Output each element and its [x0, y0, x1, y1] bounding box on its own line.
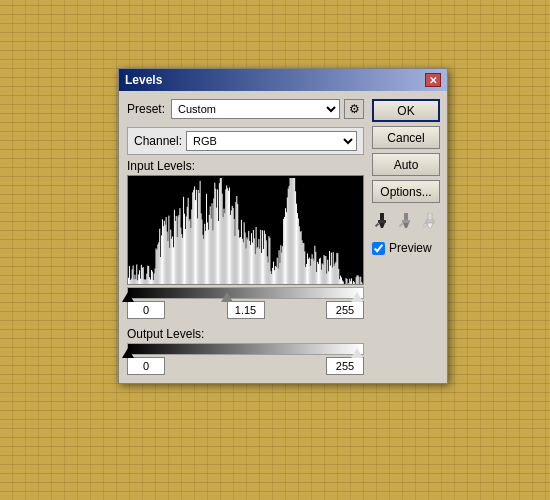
- output-thumbs: [128, 345, 363, 357]
- black-output-value[interactable]: [127, 357, 165, 375]
- svg-marker-10: [427, 223, 433, 228]
- black-eyedropper-icon: [375, 213, 389, 229]
- black-input-value[interactable]: [127, 301, 165, 319]
- output-slider-track[interactable]: [127, 343, 364, 355]
- preview-checkbox[interactable]: [372, 242, 385, 255]
- svg-rect-7: [399, 223, 403, 227]
- input-thumbs: [128, 289, 363, 301]
- svg-rect-4: [404, 213, 408, 221]
- white-output-thumb[interactable]: [351, 348, 363, 358]
- svg-rect-3: [375, 223, 379, 227]
- channel-select-wrapper: RGB: [186, 131, 357, 151]
- dialog-body: Preset: Custom ⚙ Channel: RGB Input L: [119, 91, 447, 383]
- input-values-row: [127, 301, 364, 319]
- black-input-thumb[interactable]: [122, 292, 134, 302]
- input-levels-label: Input Levels:: [127, 159, 364, 173]
- preview-row: Preview: [372, 241, 440, 255]
- output-values-row: [127, 357, 364, 375]
- preview-label: Preview: [389, 241, 432, 255]
- cancel-button[interactable]: Cancel: [372, 126, 440, 149]
- svg-rect-1: [378, 220, 386, 223]
- title-bar: Levels ✕: [119, 69, 447, 91]
- preset-label: Preset:: [127, 102, 165, 116]
- right-panel: OK Cancel Auto Options...: [372, 99, 440, 375]
- options-button[interactable]: Options...: [372, 180, 440, 203]
- dialog-title: Levels: [125, 73, 162, 87]
- close-button[interactable]: ✕: [425, 73, 441, 87]
- preset-select-wrapper: Custom: [171, 99, 340, 119]
- black-output-thumb[interactable]: [122, 348, 134, 358]
- preset-select[interactable]: Custom: [171, 99, 340, 119]
- white-input-value[interactable]: [326, 301, 364, 319]
- svg-rect-11: [423, 223, 427, 227]
- levels-dialog: Levels ✕ Preset: Custom ⚙ Channel:: [118, 68, 448, 384]
- mid-input-thumb[interactable]: [221, 292, 233, 302]
- channel-row: Channel: RGB: [127, 127, 364, 155]
- svg-marker-2: [379, 223, 385, 228]
- auto-button[interactable]: Auto: [372, 153, 440, 176]
- left-panel: Preset: Custom ⚙ Channel: RGB Input L: [127, 99, 364, 375]
- output-levels-label: Output Levels:: [127, 327, 364, 341]
- channel-label: Channel:: [134, 134, 182, 148]
- svg-marker-6: [403, 223, 409, 228]
- preset-row: Preset: Custom ⚙: [127, 99, 364, 119]
- gray-eyedropper-icon: [399, 213, 413, 229]
- white-input-thumb[interactable]: [351, 292, 363, 302]
- input-slider-track[interactable]: [127, 287, 364, 299]
- white-eyedropper[interactable]: [420, 211, 440, 231]
- svg-rect-5: [402, 220, 410, 223]
- channel-select[interactable]: RGB: [186, 131, 357, 151]
- white-eyedropper-icon: [423, 213, 437, 229]
- svg-rect-0: [380, 213, 384, 221]
- gray-eyedropper[interactable]: [396, 211, 416, 231]
- histogram: [127, 175, 364, 285]
- black-eyedropper[interactable]: [372, 211, 392, 231]
- white-output-value[interactable]: [326, 357, 364, 375]
- svg-rect-9: [426, 220, 434, 223]
- mid-input-value[interactable]: [227, 301, 265, 319]
- gear-button[interactable]: ⚙: [344, 99, 364, 119]
- eyedropper-row: [372, 211, 440, 231]
- ok-button[interactable]: OK: [372, 99, 440, 122]
